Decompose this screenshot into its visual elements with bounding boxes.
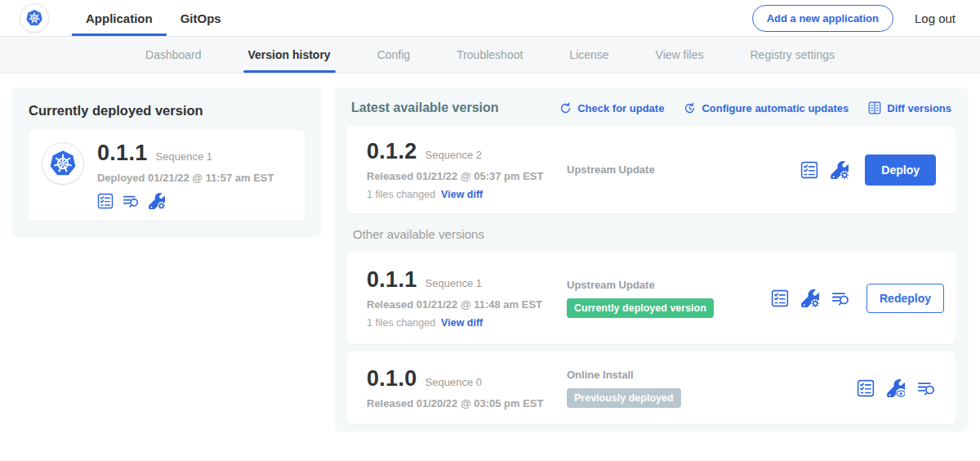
subnav-troubleshoot-label: Troubleshoot <box>457 48 523 61</box>
preflight-checklist-icon[interactable] <box>857 379 875 397</box>
other-available-versions-title: Other available versions <box>353 227 950 241</box>
version-row-left: 0.1.0 Sequence 0 Released 01/20/22 @ 03:… <box>367 366 567 410</box>
version-source: Upstream Update <box>567 279 771 291</box>
subnav-version-history[interactable]: Version history <box>248 37 331 73</box>
version-row-actions <box>857 379 936 397</box>
version-row-middle: Upstream Update <box>567 163 771 176</box>
deploy-button[interactable]: Deploy <box>865 154 936 186</box>
tab-gitops-label: GitOps <box>180 11 221 25</box>
version-row-middle: Online Install Previously deployed <box>567 369 771 408</box>
version-released: Released 01/21/22 @ 11:48 am EST <box>367 298 567 311</box>
subnav-view-files-label: View files <box>656 48 704 61</box>
check-for-update-label: Check for update <box>577 102 664 114</box>
deploy-logs-icon[interactable] <box>917 379 936 397</box>
subnav-dashboard[interactable]: Dashboard <box>145 37 202 73</box>
files-changed-label: 1 files changed <box>367 189 435 200</box>
logout-link[interactable]: Log out <box>915 11 956 25</box>
version-source: Online Install <box>567 369 771 381</box>
version-number: 0.1.1 <box>367 267 417 293</box>
files-changed: 1 files changedView diff <box>367 317 567 329</box>
version-number: 0.1.2 <box>367 139 417 164</box>
view-diff-link[interactable]: View diff <box>441 317 483 329</box>
subnav-license[interactable]: License <box>569 37 608 73</box>
diff-versions-link[interactable]: Diff versions <box>868 101 951 114</box>
version-sequence: Sequence 0 <box>425 376 482 388</box>
row-spacer <box>347 344 956 351</box>
version-row-actions: Deploy <box>800 154 936 186</box>
check-for-update-link[interactable]: Check for update <box>559 102 664 114</box>
tab-application[interactable]: Application <box>72 0 167 36</box>
version-row-0-1-2: 0.1.2 Sequence 2 Released 01/21/22 @ 05:… <box>347 126 956 213</box>
version-source: Upstream Update <box>567 163 771 176</box>
deploy-logs-icon[interactable] <box>122 193 140 209</box>
diff-versions-icon <box>868 101 881 114</box>
preflight-checklist-icon[interactable] <box>800 161 818 179</box>
version-released: Released 01/20/22 @ 03:05 pm EST <box>367 397 567 410</box>
available-header: Latest available version Check for updat… <box>351 101 951 115</box>
subnav-license-label: License <box>569 48 608 61</box>
subnav-view-files[interactable]: View files <box>656 37 704 73</box>
kubernetes-logo-icon <box>20 3 49 33</box>
files-changed-label: 1 files changed <box>367 317 435 329</box>
diff-versions-label: Diff versions <box>887 102 951 114</box>
deployed-version-number: 0.1.1 <box>97 141 148 166</box>
tab-gitops[interactable]: GitOps <box>167 0 235 36</box>
version-row-left: 0.1.2 Sequence 2 Released 01/21/22 @ 05:… <box>367 139 567 200</box>
deployed-actions <box>97 193 274 209</box>
latest-available-title: Latest available version <box>351 101 499 115</box>
app-kubernetes-logo-icon <box>42 142 84 185</box>
redeploy-button[interactable]: Redeploy <box>866 284 944 313</box>
app-subnav: Dashboard Version history Config Trouble… <box>0 37 980 74</box>
version-row-left: 0.1.1 Sequence 1 Released 01/21/22 @ 11:… <box>367 267 567 329</box>
previously-deployed-badge: Previously deployed <box>567 388 681 408</box>
version-row-0-1-1: 0.1.1 Sequence 1 Released 01/21/22 @ 11:… <box>347 252 956 344</box>
version-sequence: Sequence 1 <box>425 277 482 289</box>
available-versions-panel: Latest available version Check for updat… <box>335 87 968 432</box>
top-header: Application GitOps Add a new application… <box>0 0 980 37</box>
version-row-actions: Redeploy <box>771 284 944 313</box>
version-row-middle: Upstream Update Currently deployed versi… <box>567 279 771 318</box>
view-config-icon[interactable] <box>887 379 905 397</box>
subnav-config-label: Config <box>377 48 410 61</box>
configure-automatic-updates-link[interactable]: Configure automatic updates <box>684 102 849 114</box>
currently-deployed-panel: Currently deployed version 0.1.1 Sequenc… <box>12 87 321 237</box>
subnav-version-history-label: Version history <box>248 48 331 61</box>
header-tabs: Application GitOps <box>72 0 235 36</box>
currently-deployed-title: Currently deployed version <box>29 103 305 119</box>
version-sequence: Sequence 2 <box>425 149 482 161</box>
header-right: Add a new application Log out <box>752 0 956 36</box>
version-number: 0.1.0 <box>367 366 417 392</box>
refresh-icon <box>559 102 572 114</box>
subnav-troubleshoot[interactable]: Troubleshoot <box>457 37 523 73</box>
files-changed: 1 files changedView diff <box>367 189 567 200</box>
edit-config-icon[interactable] <box>149 193 165 209</box>
preflight-checklist-icon[interactable] <box>771 289 789 307</box>
preflight-checklist-icon[interactable] <box>97 193 114 209</box>
deploy-logs-icon[interactable] <box>831 289 850 307</box>
view-diff-link[interactable]: View diff <box>441 189 483 200</box>
available-actions: Check for update Configure automatic upd… <box>559 101 951 114</box>
subnav-config[interactable]: Config <box>377 37 410 73</box>
configure-automatic-updates-label: Configure automatic updates <box>702 102 849 114</box>
deployed-sequence: Sequence 1 <box>156 150 212 163</box>
add-application-button[interactable]: Add a new application <box>752 5 893 32</box>
tab-application-label: Application <box>86 11 153 25</box>
version-row-0-1-0: 0.1.0 Sequence 0 Released 01/20/22 @ 03:… <box>347 351 956 424</box>
subnav-registry-settings-label: Registry settings <box>751 48 835 61</box>
currently-deployed-card: 0.1.1 Sequence 1 Deployed 01/21/22 @ 11:… <box>29 130 305 221</box>
edit-config-icon[interactable] <box>801 289 819 307</box>
subnav-registry-settings[interactable]: Registry settings <box>751 37 835 73</box>
main-content: Currently deployed version 0.1.1 Sequenc… <box>0 74 980 460</box>
edit-config-icon[interactable] <box>831 161 849 179</box>
version-released: Released 01/21/22 @ 05:37 pm EST <box>367 170 567 182</box>
subnav-dashboard-label: Dashboard <box>145 48 202 61</box>
currently-deployed-badge: Currently deployed version <box>567 298 714 318</box>
auto-update-clock-icon <box>684 102 696 114</box>
deployed-info: 0.1.1 Sequence 1 Deployed 01/21/22 @ 11:… <box>97 141 274 209</box>
deployed-timestamp: Deployed 01/21/22 @ 11:57 am EST <box>97 172 274 184</box>
